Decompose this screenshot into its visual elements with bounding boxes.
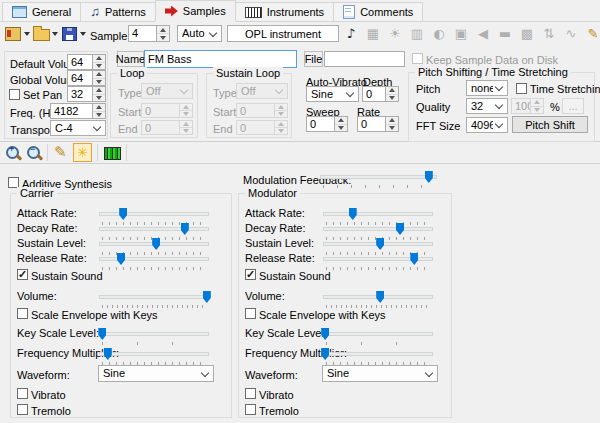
stretch-amount-spinner[interactable]: 100 <box>511 98 544 114</box>
slider-thumb[interactable] <box>321 328 329 340</box>
spin-down-button[interactable] <box>531 107 543 114</box>
spin-down-button[interactable] <box>275 111 287 117</box>
autotune-icon[interactable]: ∿ <box>564 26 578 42</box>
modulation-feedback-slider[interactable] <box>320 171 437 184</box>
slider-thumb[interactable] <box>425 171 433 183</box>
modulator-key-scale-slider[interactable] <box>323 328 433 341</box>
spin-down-button[interactable] <box>93 79 105 86</box>
dc-offset-icon[interactable]: ▥ <box>410 26 424 42</box>
spin-down-button[interactable] <box>180 111 192 117</box>
modulator-attack-rate-slider[interactable] <box>323 208 433 221</box>
frequency-spinner[interactable]: 4182 <box>50 103 106 119</box>
slider-thumb[interactable] <box>410 253 418 265</box>
tab-samples[interactable]: Samples <box>155 0 236 22</box>
carrier-decay-rate-slider[interactable] <box>99 223 209 236</box>
normalize-icon[interactable]: ▦ <box>366 26 380 42</box>
set-pan-checkbox[interactable] <box>9 89 20 100</box>
modulator-tremolo-checkbox[interactable] <box>245 404 256 415</box>
vibrato-sweep-spinner[interactable]: 0 <box>306 116 348 132</box>
open-sample-menu-arrow[interactable] <box>50 25 59 42</box>
spin-down-button[interactable] <box>157 34 169 41</box>
slider-thumb[interactable] <box>203 291 211 303</box>
carrier-sustain-sound-checkbox[interactable] <box>17 269 28 280</box>
loop-end-spinner[interactable]: 0 <box>141 120 193 135</box>
play-note-icon[interactable]: ♪ <box>344 26 358 42</box>
modulator-sustain-level-slider[interactable] <box>323 238 433 251</box>
spin-up-button[interactable] <box>93 87 105 95</box>
save-sample-button[interactable] <box>60 25 78 42</box>
spin-up-button[interactable] <box>93 104 105 112</box>
fft-size-select[interactable]: 4096 <box>466 117 508 133</box>
draw-sample-icon[interactable]: ✎ <box>586 26 600 42</box>
tab-instruments[interactable]: Instruments <box>235 2 334 21</box>
pencil-draw-button[interactable]: ✎ <box>54 143 67 161</box>
spin-down-button[interactable] <box>275 128 287 134</box>
resample-icon[interactable]: ▩ <box>520 26 534 42</box>
spin-up-button[interactable] <box>531 99 543 107</box>
spin-down-button[interactable] <box>335 125 347 132</box>
spin-up-button[interactable] <box>275 104 287 111</box>
spin-up-button[interactable] <box>180 121 192 128</box>
new-sample-menu-arrow[interactable] <box>22 25 31 42</box>
slider-thumb[interactable] <box>152 238 160 250</box>
spin-down-button[interactable] <box>386 125 398 132</box>
new-sample-button[interactable] <box>4 25 22 42</box>
carrier-frequency-multiplier-slider[interactable] <box>99 348 209 361</box>
transpose-select[interactable]: C-4 <box>50 120 106 136</box>
modulator-vibrato-checkbox[interactable] <box>245 388 256 399</box>
carrier-waveform-select[interactable]: Sine <box>98 365 214 382</box>
spin-up-button[interactable] <box>275 121 287 128</box>
spin-down-button[interactable] <box>93 95 105 102</box>
spin-down-button[interactable] <box>180 128 192 134</box>
tab-comments[interactable]: Comments <box>333 2 423 21</box>
sample-number-spinner[interactable]: 4 <box>128 25 170 42</box>
stretch-more-button[interactable]: ... <box>562 98 584 114</box>
opl-starburst-button[interactable]: ✳ <box>73 143 92 162</box>
carrier-volume-slider[interactable] <box>99 291 209 304</box>
save-sample-menu-arrow[interactable] <box>78 25 87 42</box>
tab-patterns[interactable]: ♫ Patterns <box>80 2 156 21</box>
modulator-waveform-select[interactable]: Sine <box>322 365 438 382</box>
carrier-sustain-level-slider[interactable] <box>99 238 209 251</box>
silence-icon[interactable]: ▬ <box>498 26 512 42</box>
modulator-release-rate-slider[interactable] <box>323 253 433 266</box>
vibrato-rate-spinner[interactable]: 0 <box>357 116 399 132</box>
auto-vibrato-type-select[interactable]: Sine <box>306 86 359 102</box>
spin-down-button[interactable] <box>93 112 105 119</box>
carrier-vibrato-checkbox[interactable] <box>17 388 28 399</box>
vibrato-depth-spinner[interactable]: 0 <box>362 86 399 102</box>
carrier-release-rate-slider[interactable] <box>99 253 209 266</box>
sample-name-input[interactable] <box>145 51 296 67</box>
sustain-type-select[interactable]: Off <box>236 83 288 99</box>
time-stretching-checkbox[interactable] <box>516 83 527 94</box>
slider-thumb[interactable] <box>119 208 127 220</box>
spin-up-button[interactable] <box>93 71 105 79</box>
slider-thumb[interactable] <box>321 348 329 360</box>
global-volume-spinner[interactable]: 64 <box>67 70 106 86</box>
modulator-decay-rate-slider[interactable] <box>323 223 433 236</box>
spin-up-button[interactable] <box>93 55 105 63</box>
sample-mode-select[interactable]: Auto <box>177 25 222 42</box>
spin-down-button[interactable] <box>93 63 105 70</box>
carrier-tremolo-checkbox[interactable] <box>17 404 28 415</box>
loop-type-select[interactable]: Off <box>141 83 193 99</box>
slider-thumb[interactable] <box>349 208 357 220</box>
open-sample-button[interactable] <box>32 25 50 42</box>
slider-thumb[interactable] <box>98 328 106 340</box>
sustain-end-spinner[interactable]: 0 <box>236 120 288 135</box>
amplify-icon[interactable]: ☀ <box>388 26 402 42</box>
quality-select[interactable]: 32 <box>466 98 508 114</box>
keep-sample-data-checkbox[interactable] <box>412 53 423 64</box>
keyboard-button[interactable] <box>104 147 121 160</box>
reverse-icon[interactable]: ◀ <box>476 26 490 42</box>
modulator-frequency-multiplier-slider[interactable] <box>323 348 433 361</box>
spin-down-button[interactable] <box>386 95 398 102</box>
zoom-in-button[interactable]: + <box>6 145 21 160</box>
spin-up-button[interactable] <box>180 104 192 111</box>
pitch-shift-button[interactable]: Pitch Shift <box>512 116 588 133</box>
spin-up-button[interactable] <box>386 117 398 125</box>
modulator-volume-slider[interactable] <box>323 291 433 304</box>
default-volume-spinner[interactable]: 64 <box>67 54 106 70</box>
sample-file-input[interactable] <box>324 51 405 67</box>
slider-thumb[interactable] <box>104 348 112 360</box>
